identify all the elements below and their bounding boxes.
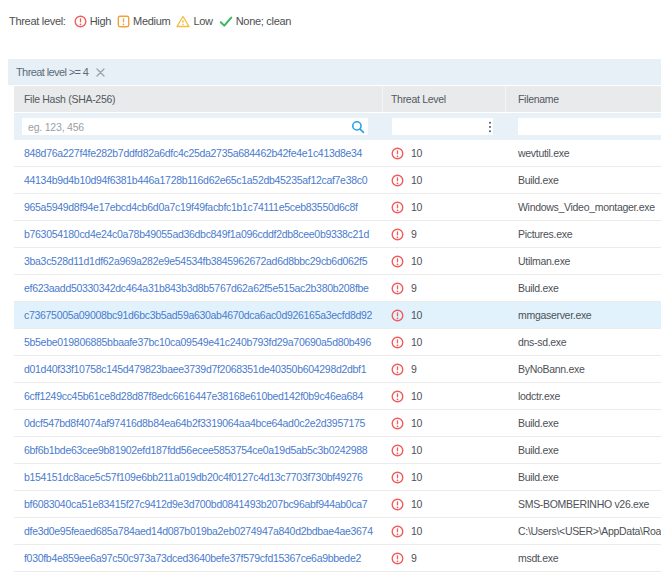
filename-filter-input[interactable] (518, 118, 661, 135)
file-hash-link[interactable]: f030fb4e859ee6a97c50c973a73dced3640befe3… (24, 552, 361, 564)
file-hash-link[interactable]: 6cff1249cc45b61ce8d28d87f8edc6616447e381… (24, 390, 363, 402)
hash-filter-cell (14, 113, 383, 140)
threat-level-cell: 10 (383, 471, 506, 484)
circle-exclamation-icon (391, 336, 404, 349)
remove-filter-button[interactable] (95, 67, 106, 78)
table-row[interactable]: dfe3d0e95feaed685a784aed14d087b019ba2eb0… (14, 518, 661, 545)
table-row[interactable]: b154151dc8ace5c57f109e6bb211a019db20c4f0… (14, 464, 661, 491)
threat-level-value: 10 (411, 390, 422, 402)
file-hash-link[interactable]: c73675005a09008bc91d6bc3b5ad59a630ab4670… (24, 309, 372, 321)
threat-level-legend: Threat level: High Medium Low (9, 13, 297, 29)
level-filter-input[interactable] (392, 118, 493, 135)
file-hash-cell: ef623aadd50330342dc464a31b843b3d8b5767d6… (14, 282, 383, 294)
threat-level-cell: 10 (383, 498, 506, 511)
legend-label: Threat level: (9, 15, 66, 27)
file-hash-cell: 6cff1249cc45b61ce8d28d87f8edc6616447e381… (14, 390, 383, 402)
legend-item-none-clean: None; clean (219, 15, 291, 28)
threat-level-cell: 10 (383, 174, 506, 187)
filename-cell: Pictures.exe (506, 228, 661, 240)
ellipsis-menu-icon[interactable] (484, 121, 496, 133)
table-row[interactable]: 6bf6b1bde63cee9b81902efd187fdd56ecee5853… (14, 437, 661, 464)
legend-item-label: None; clean (236, 15, 291, 27)
filename-cell: Build.exe (506, 444, 661, 456)
hash-filter-input[interactable] (22, 118, 368, 135)
threat-level-value: 10 (411, 147, 422, 159)
table-row[interactable]: 44134b9d4b10d94f6381b446a1728b116d62e65c… (14, 167, 661, 194)
threat-level-cell: 9 (383, 552, 506, 565)
table-row[interactable]: c73675005a09008bc91d6bc3b5ad59a630ab4670… (14, 302, 661, 329)
table-row[interactable]: 6cff1249cc45b61ce8d28d87f8edc6616447e381… (14, 383, 661, 410)
file-hash-link[interactable]: d01d40f33f10758c145d479823baee3739d7f206… (24, 363, 366, 375)
filename-cell: lodctr.exe (506, 390, 661, 402)
circle-exclamation-icon (391, 228, 404, 241)
file-hash-link[interactable]: 6bf6b1bde63cee9b81902efd187fdd56ecee5853… (24, 444, 367, 456)
circle-exclamation-icon (391, 309, 404, 322)
file-hash-link[interactable]: bf6083040ca51e83415f27c9412d9e3d700bd084… (24, 498, 367, 510)
table-row[interactable]: 0dcf547bd8f4074af97416d8b84ea64b2f331906… (14, 410, 661, 437)
filename-cell: dns-sd.exe (506, 336, 661, 348)
circle-exclamation-icon (391, 498, 404, 511)
table-row[interactable]: bf6083040ca51e83415f27c9412d9e3d700bd084… (14, 491, 661, 518)
filename-filter-cell (506, 113, 661, 140)
threat-level-value: 9 (411, 552, 417, 564)
threat-level-cell: 10 (383, 255, 506, 268)
threat-level-value: 10 (411, 255, 422, 267)
filename-cell: Build.exe (506, 174, 661, 186)
file-hash-link[interactable]: 965a5949d8f94e17ebcd4cb6d0a7c19f49facbfc… (24, 201, 358, 213)
column-header-file-hash[interactable]: File Hash (SHA-256) (14, 86, 383, 112)
legend-item-low: Low (176, 15, 212, 28)
table-row[interactable]: 848d76a227f4fe282b7ddfd82a6dfc4c25da2735… (14, 140, 661, 167)
column-header-threat-level[interactable]: Threat Level (383, 86, 506, 112)
filename-cell: Utilman.exe (506, 255, 661, 267)
file-hash-table: File Hash (SHA-256) Threat Level Filenam… (14, 86, 661, 572)
file-hash-cell: b154151dc8ace5c57f109e6bb211a019db20c4f0… (14, 471, 383, 483)
file-hash-link[interactable]: ef623aadd50330342dc464a31b843b3d8b5767d6… (24, 282, 369, 294)
threat-level-cell: 10 (383, 147, 506, 160)
file-hash-cell: 848d76a227f4fe282b7ddfd82a6dfc4c25da2735… (14, 147, 383, 159)
file-hash-link[interactable]: b154151dc8ace5c57f109e6bb211a019db20c4f0… (24, 471, 363, 483)
file-hash-cell: b763054180cd4e24c0a78b49055ad36dbc849f1a… (14, 228, 383, 240)
circle-exclamation-icon (391, 363, 404, 376)
file-hash-link[interactable]: dfe3d0e95feaed685a784aed14d087b019ba2eb0… (24, 525, 373, 537)
file-hash-cell: 6bf6b1bde63cee9b81902efd187fdd56ecee5853… (14, 444, 383, 456)
column-header-filename[interactable]: Filename (506, 86, 661, 112)
table-row[interactable]: b763054180cd4e24c0a78b49055ad36dbc849f1a… (14, 221, 661, 248)
file-hash-cell: 3ba3c528d11d1df62a969a282e9e54534fb38459… (14, 255, 383, 267)
file-hash-link[interactable]: 0dcf547bd8f4074af97416d8b84ea64b2f331906… (24, 417, 365, 429)
threat-level-cell: 10 (383, 390, 506, 403)
threat-level-cell: 10 (383, 201, 506, 214)
table-header: File Hash (SHA-256) Threat Level Filenam… (14, 86, 661, 112)
table-row[interactable]: d01d40f33f10758c145d479823baee3739d7f206… (14, 356, 661, 383)
table-row[interactable]: 5b5ebe019806885bbaafe37bc10ca09549e41c24… (14, 329, 661, 356)
file-hash-cell: 44134b9d4b10d94f6381b446a1728b116d62e65c… (14, 174, 383, 186)
file-hash-link[interactable]: 848d76a227f4fe282b7ddfd82a6dfc4c25da2735… (24, 147, 362, 159)
file-hash-link[interactable]: 5b5ebe019806885bbaafe37bc10ca09549e41c24… (24, 336, 371, 348)
triangle-exclamation-icon (176, 15, 190, 28)
legend-item-label: Medium (133, 15, 170, 27)
legend-item-label: High (90, 15, 111, 27)
table-row[interactable]: f030fb4e859ee6a97c50c973a73dced3640befe3… (14, 545, 661, 572)
circle-exclamation-icon (391, 147, 404, 160)
table-row[interactable]: 3ba3c528d11d1df62a969a282e9e54534fb38459… (14, 248, 661, 275)
filename-cell: wevtutil.exe (506, 147, 661, 159)
threat-level-cell: 10 (383, 309, 506, 322)
search-icon[interactable] (351, 120, 365, 134)
file-hash-cell: f030fb4e859ee6a97c50c973a73dced3640befe3… (14, 552, 383, 564)
circle-exclamation-icon (391, 525, 404, 538)
filter-chip-bar: Threat level >= 4 (8, 59, 661, 85)
threat-level-value: 10 (411, 174, 422, 186)
threat-level-cell: 10 (383, 336, 506, 349)
file-hash-cell: c73675005a09008bc91d6bc3b5ad59a630ab4670… (14, 309, 383, 321)
legend-item-label: Low (193, 15, 212, 27)
table-row[interactable]: ef623aadd50330342dc464a31b843b3d8b5767d6… (14, 275, 661, 302)
file-hash-link[interactable]: 3ba3c528d11d1df62a969a282e9e54534fb38459… (24, 255, 367, 267)
file-hash-link[interactable]: b763054180cd4e24c0a78b49055ad36dbc849f1a… (24, 228, 369, 240)
file-hash-link[interactable]: 44134b9d4b10d94f6381b446a1728b116d62e65c… (24, 174, 367, 186)
filename-cell: C:\Users\<USER>\AppData\Roaming (506, 525, 661, 537)
table-row[interactable]: 965a5949d8f94e17ebcd4cb6d0a7c19f49facbfc… (14, 194, 661, 221)
circle-exclamation-icon (391, 282, 404, 295)
file-hash-cell: dfe3d0e95feaed685a784aed14d087b019ba2eb0… (14, 525, 383, 537)
filename-cell: msdt.exe (506, 552, 661, 564)
threat-level-value: 10 (411, 417, 422, 429)
threat-level-cell: 10 (383, 525, 506, 538)
